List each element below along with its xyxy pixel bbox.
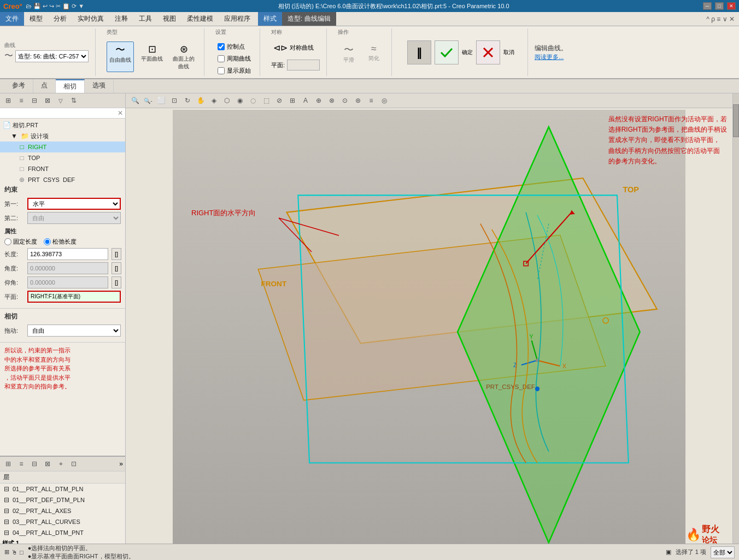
fixed-length-radio[interactable]: 固定长度 [4,238,37,246]
layer-02-all-axes[interactable]: ⊟ 02__PRT_ALL_AXES [0,505,125,516]
plane-curve-button[interactable]: ⊡ 平面曲线 [138,42,166,72]
tree-item-right[interactable]: □ RIGHT [0,142,125,152]
sub-tab-ref[interactable]: 参考 [4,79,33,93]
period-curve-check[interactable]: 周期曲线 [215,54,253,64]
menu-model[interactable]: 模型 [24,12,48,26]
annotation-display-btn[interactable]: A [300,95,312,107]
tree-item-design[interactable]: ▼ 📁 设计项 [0,131,125,142]
confirm-button[interactable] [435,40,459,64]
layer-01-def-dtm[interactable]: ⊟ 01__PRT_DEF_DTM_PLN [0,494,125,505]
bottom-tb-icon3[interactable]: ⊟ [28,458,40,470]
model-display-btn[interactable]: ⊞ [286,95,298,107]
bottom-tb-icon5[interactable]: ⌖ [55,458,67,470]
tree-item-root[interactable]: 📄 相切.PRT [0,120,125,131]
zoom-out-btn[interactable]: 🔍- [142,95,154,107]
menu-flexible[interactable]: 柔性建模 [181,12,219,26]
search-input[interactable] [2,110,118,116]
layer-03-all-curves[interactable]: ⊟ 03__PRT_ALL_CURVES [0,516,125,527]
sidebar-tb-filter[interactable]: ▽ [55,95,67,107]
tangent-drag-select[interactable]: 自由 固定 对称 [27,325,121,337]
show-origin-checkbox[interactable] [218,67,225,74]
expand-arrow[interactable]: » [119,460,123,468]
menu-file[interactable]: 文件 [0,12,24,26]
tree-item-top[interactable]: □ TOP [0,152,125,163]
read-more-link[interactable]: 阅读更多... [535,53,567,61]
sub-tab-point[interactable]: 点 [33,79,56,93]
menu-tools[interactable]: 工具 [133,12,157,26]
elevation-input[interactable] [27,276,108,288]
tree-item-csys[interactable]: ⊕ PRT_CSYS_DEF [0,174,125,182]
wireframe-btn[interactable]: ⬡ [221,95,233,107]
menu-simulation[interactable]: 实时仿真 [72,12,109,26]
show-origin-check[interactable]: 显示原始 [215,66,253,76]
cancel-button[interactable] [476,40,500,64]
menu-analysis[interactable]: 分析 [48,12,72,26]
sub-tab-tangent[interactable]: 相切 [56,79,85,93]
sidebar-tb-list3[interactable]: ⊠ [42,95,54,107]
section-btn[interactable]: ⊘ [273,95,285,107]
zoom-area-btn[interactable]: ⬜ [155,95,167,107]
zoom-in-btn[interactable]: 🔍 [129,95,141,107]
canvas-area[interactable]: 🔍 🔍- ⬜ ⊡ ↻ ✋ ◈ ⬡ ◉ ◌ ⬚ ⊘ ⊞ A ⊕ ⊗ ⊙ ⊛ ≡ ◎ [126,93,732,560]
first-constraint-select[interactable]: 水平 自由 垂直 相切 [27,198,121,210]
shading-btn[interactable]: ◉ [234,95,246,107]
period-curve-checkbox[interactable] [218,55,225,62]
bottom-tb-icon6[interactable]: ⊡ [68,458,80,470]
scope-select[interactable]: 全部 [711,546,735,558]
view3d-btn[interactable]: ◈ [208,95,220,107]
control-point-check[interactable]: 控制点 [215,42,253,52]
scroll-thumb[interactable] [733,104,739,137]
manage-views-btn[interactable]: ≡ [365,95,377,107]
sidebar-tb-list2[interactable]: ⊟ [28,95,40,107]
sym-curve-check[interactable]: ⊲⊳ 对称曲线 [271,42,316,54]
search-clear[interactable]: ✕ [118,109,123,117]
bottom-tb-icon1[interactable]: ⊞ [2,458,14,470]
pan-btn[interactable]: ✋ [195,95,207,107]
tree-item-front[interactable]: □ FRONT [0,163,125,174]
menu-apps[interactable]: 应用程序 [219,12,256,26]
datum-display-btn[interactable]: ⊕ [313,95,325,107]
length-input[interactable] [27,248,108,260]
menu-annotation[interactable]: 注释 [109,12,133,26]
saved-orient-btn[interactable]: ⊛ [352,95,364,107]
smooth-button[interactable]: 〜 平滑 [338,42,360,66]
length-bracket[interactable]: [] [112,248,121,260]
layer-icon-5: ⊟ [2,528,11,537]
elevation-bracket[interactable]: [] [112,276,121,288]
hidden-btn[interactable]: ◌ [247,95,259,107]
layer-04-all-pnt[interactable]: ⊟ 04__PRT_ALL_DTM_PNT [0,527,125,538]
rotate-btn[interactable]: ↻ [181,95,193,107]
curve-dropdown[interactable]: 造型: 56: 曲线: CF-257 [15,50,89,62]
surface-curve-button[interactable]: ⊛ 曲面上的曲线 [170,42,197,72]
fixed-length-radio-input[interactable] [4,238,11,245]
plane-input[interactable] [27,291,121,303]
bottom-tb-icon4[interactable]: ⊠ [42,458,54,470]
angle-input[interactable] [27,262,108,274]
canvas-scrollbar[interactable] [732,93,739,560]
loose-length-radio[interactable]: 松弛长度 [44,238,77,246]
refit-btn[interactable]: ⊙ [339,95,351,107]
perspective-btn[interactable]: ⬚ [260,95,272,107]
menu-style[interactable]: 样式 [258,12,282,26]
free-curve-button[interactable]: 〜 自由曲线 [107,42,134,72]
sidebar-tb-grid[interactable]: ⊞ [2,95,14,107]
second-constraint-select[interactable]: 自由 [27,212,121,224]
angle-bracket[interactable]: [] [112,262,121,274]
maximize-button[interactable]: □ [715,2,724,10]
minimize-button[interactable]: ─ [703,2,712,10]
zoom-fit-btn[interactable]: ⊡ [168,95,180,107]
control-point-checkbox[interactable] [218,43,225,50]
simplify-button[interactable]: ≈ 简化 [363,42,385,66]
spin-center-btn[interactable]: ⊗ [326,95,338,107]
sub-tab-options[interactable]: 选项 [85,79,114,93]
menu-view[interactable]: 视图 [157,12,181,26]
layer-01-all-dtm[interactable]: ⊟ 01__PRT_ALL_DTM_PLN [0,484,125,494]
sidebar-tb-expand[interactable]: ⇅ [68,95,80,107]
bottom-tb-icon2[interactable]: ≡ [15,458,27,470]
close-button[interactable]: ✕ [727,2,736,10]
pause-button[interactable]: ‖ [407,40,431,64]
sym-plane-input[interactable] [287,60,320,70]
loose-length-radio-input[interactable] [44,238,51,245]
orient-btn[interactable]: ◎ [378,95,390,107]
sidebar-tb-list1[interactable]: ≡ [15,95,27,107]
